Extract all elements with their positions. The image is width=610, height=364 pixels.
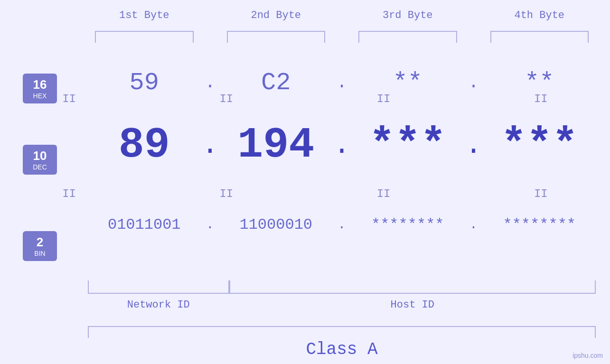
main-container: 1st Byte 2nd Byte 3rd Byte 4th Byte 16 H… — [0, 0, 610, 364]
bin-dot-2: . — [332, 217, 351, 232]
bracket-host-id — [229, 280, 596, 294]
bracket-byte-1 — [95, 31, 194, 43]
dec-dot-2: . — [332, 129, 351, 161]
dec-badge: 10 DEC — [23, 145, 57, 175]
equals-row-2: II II II II — [0, 187, 610, 200]
eq-6: II — [157, 187, 295, 200]
byte-header-1: 1st Byte — [88, 9, 201, 21]
dec-val-3: *** — [351, 121, 464, 169]
dec-val-4: *** — [483, 121, 596, 169]
dec-dot-1: . — [201, 129, 220, 161]
eq-5: II — [0, 187, 138, 200]
host-id-label: Host ID — [229, 299, 596, 311]
class-bracket — [88, 326, 596, 338]
dec-val-2: 194 — [220, 121, 333, 169]
equals-row-1: II II II II — [0, 93, 610, 105]
dec-dot-3: . — [464, 129, 483, 161]
eq-4: II — [472, 93, 610, 105]
bin-val-3: ******** — [351, 216, 464, 233]
dec-row: 89 . 194 . *** . *** — [88, 121, 596, 169]
bin-val-4: ******** — [483, 216, 596, 233]
eq-8: II — [472, 187, 610, 200]
byte-header-3: 3rd Byte — [351, 9, 464, 21]
eq-7: II — [315, 187, 453, 200]
bin-row: 01011001 . 11000010 . ******** . *******… — [88, 216, 596, 233]
hex-dot-2: . — [332, 73, 351, 93]
bin-dot-3: . — [464, 217, 483, 232]
watermark: ipshu.com — [572, 352, 603, 359]
bracket-byte-2 — [227, 31, 326, 43]
dec-val-1: 89 — [88, 121, 201, 169]
bin-dot-1: . — [201, 217, 220, 232]
bracket-row-top — [88, 31, 596, 43]
byte-header-2: 2nd Byte — [220, 9, 333, 21]
byte-headers: 1st Byte 2nd Byte 3rd Byte 4th Byte — [88, 9, 596, 21]
bin-val-1: 01011001 — [88, 216, 201, 233]
base-labels-bin: 2 BIN — [23, 231, 57, 261]
byte-header-4: 4th Byte — [483, 9, 596, 21]
class-label: Class A — [88, 340, 596, 359]
bracket-byte-4 — [490, 31, 589, 43]
bracket-byte-3 — [358, 31, 457, 43]
eq-2: II — [157, 93, 295, 105]
eq-1: II — [0, 93, 138, 105]
bin-badge: 2 BIN — [23, 231, 57, 261]
bin-val-2: 11000010 — [220, 216, 333, 233]
network-id-label: Network ID — [88, 299, 229, 311]
bracket-network-id — [88, 280, 229, 294]
eq-3: II — [315, 93, 453, 105]
hex-dot-1: . — [201, 73, 220, 93]
hex-dot-3: . — [464, 73, 483, 93]
base-labels-dec: 10 DEC — [23, 145, 57, 175]
